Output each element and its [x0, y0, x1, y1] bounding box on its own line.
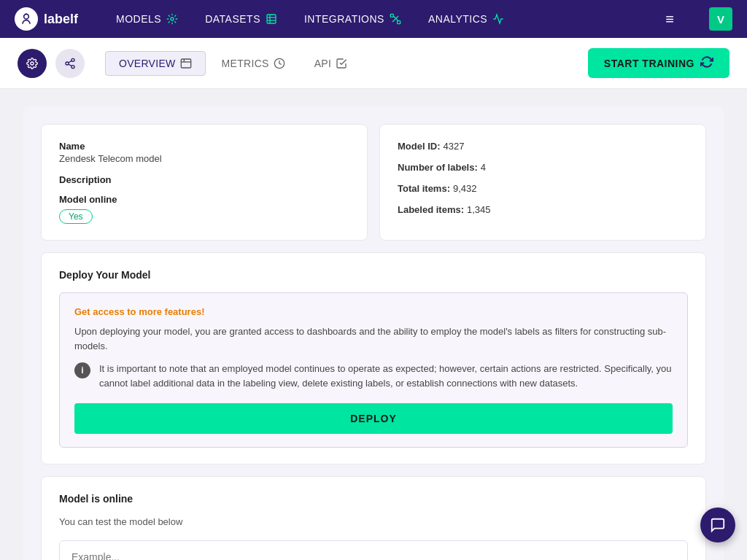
analytics-label: ANALYTICS: [428, 13, 487, 25]
deploy-text2: It is important to note that an employed…: [99, 362, 673, 390]
stat-labeled-items: Labeled items: 1,345: [398, 204, 688, 215]
svg-point-8: [31, 62, 34, 65]
deploy-card: Deploy Your Model Get access to more fea…: [41, 252, 706, 464]
num-labels-label: Number of labels:: [398, 162, 478, 173]
chart-icon: [492, 12, 505, 26]
content-container: Name Zendesk Telecom model Description M…: [23, 106, 724, 560]
model-id-label: Model ID:: [398, 141, 441, 152]
svg-line-13: [69, 61, 72, 63]
svg-rect-7: [398, 21, 400, 24]
deploy-info-row: i It is important to note that an employ…: [74, 362, 673, 390]
nav-datasets[interactable]: DATASETS: [205, 12, 278, 26]
model-online-description: You can test the model below: [59, 516, 688, 527]
tab-api-label: API: [314, 58, 331, 69]
brain-icon: [166, 12, 179, 26]
labeled-items-label: Labeled items:: [398, 204, 464, 215]
nav-analytics[interactable]: ANALYTICS: [428, 12, 505, 26]
nav-models[interactable]: MODELS: [116, 12, 179, 26]
chat-button[interactable]: [700, 508, 735, 542]
info-icon: i: [74, 362, 90, 378]
description-label: Description: [59, 174, 349, 185]
toolbar: OVERVIEW METRICS API START TRAINING: [0, 38, 747, 89]
stat-model-id: Model ID: 4327: [398, 141, 688, 152]
start-training-label: START TRAINING: [604, 58, 694, 69]
total-items-value: 9,432: [453, 183, 477, 194]
stat-total-items: Total items: 9,432: [398, 183, 688, 194]
info-row: Name Zendesk Telecom model Description M…: [41, 124, 706, 241]
nav-integrations[interactable]: INTEGRATIONS: [304, 12, 402, 26]
svg-line-12: [69, 64, 72, 66]
deploy-text1: Upon deploying your model, you are grant…: [74, 324, 673, 353]
model-online-card: Model is online You can test the model b…: [41, 476, 706, 560]
model-online-label: Model online: [59, 194, 349, 205]
svg-point-0: [24, 14, 29, 19]
refresh-icon: [700, 55, 713, 71]
svg-point-10: [66, 62, 69, 65]
table-icon: [265, 12, 278, 26]
svg-point-9: [71, 58, 74, 61]
tab-overview-label: OVERVIEW: [119, 58, 176, 69]
svg-rect-14: [181, 59, 190, 68]
overview-icon: [180, 58, 192, 69]
tab-metrics-label: METRICS: [222, 58, 269, 69]
svg-rect-6: [390, 14, 393, 17]
online-badge: Yes: [59, 209, 93, 224]
hamburger-icon[interactable]: ≡: [665, 11, 674, 28]
svg-point-11: [71, 65, 74, 68]
model-details-card: Name Zendesk Telecom model Description M…: [41, 124, 368, 241]
tab-overview[interactable]: OVERVIEW: [105, 51, 206, 76]
tab-metrics[interactable]: METRICS: [209, 52, 298, 75]
deploy-promo-text: Get access to more features!: [74, 306, 673, 317]
model-online-title: Model is online: [59, 493, 688, 505]
logo[interactable]: labelf: [15, 7, 78, 31]
labeled-items-value: 1,345: [467, 204, 491, 215]
name-label: Name: [59, 141, 349, 152]
num-labels-value: 4: [481, 162, 486, 173]
models-label: MODELS: [116, 13, 161, 25]
integrations-label: INTEGRATIONS: [304, 13, 384, 25]
svg-point-1: [171, 18, 174, 20]
test-input[interactable]: [59, 540, 688, 560]
deploy-box: Get access to more features! Upon deploy…: [59, 292, 688, 448]
stat-num-labels: Number of labels: 4: [398, 162, 688, 173]
name-value: Zendesk Telecom model: [59, 153, 349, 164]
deploy-button[interactable]: DEPLOY: [74, 403, 673, 434]
model-stats-card: Model ID: 4327 Number of labels: 4 Total…: [379, 124, 706, 241]
tab-api[interactable]: API: [301, 52, 360, 75]
navigation: labelf MODELS DATASETS INTEGRATIONS ANAL…: [0, 0, 747, 38]
logo-text: labelf: [44, 12, 78, 27]
tab-group: OVERVIEW METRICS API: [105, 51, 360, 76]
model-id-value: 4327: [444, 141, 465, 152]
start-training-button[interactable]: START TRAINING: [588, 48, 729, 78]
datasets-label: DATASETS: [205, 13, 260, 25]
svg-rect-2: [267, 15, 276, 23]
plug-icon: [389, 12, 402, 26]
api-icon: [336, 58, 347, 69]
main-content: Name Zendesk Telecom model Description M…: [0, 89, 747, 560]
avatar[interactable]: V: [709, 7, 732, 31]
settings-button[interactable]: [18, 49, 47, 78]
deploy-section-title: Deploy Your Model: [59, 269, 688, 281]
total-items-label: Total items:: [398, 183, 450, 194]
metrics-icon: [274, 58, 285, 69]
share-button[interactable]: [55, 49, 85, 78]
logo-icon: [15, 7, 38, 31]
